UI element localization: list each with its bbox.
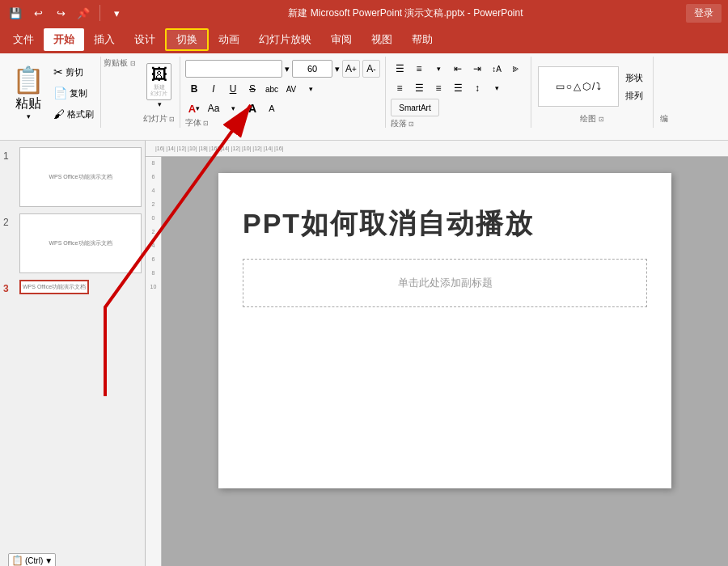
slide-item-2: 2 WPS Office功能演示文档: [3, 213, 142, 273]
slide-number-1: 1: [3, 147, 15, 162]
menu-bar: 文件 开始 插入 设计 切换 动画 幻灯片放映 审阅 视图 帮助: [0, 26, 728, 53]
paste-button[interactable]: 📋 粘贴 ▾: [8, 60, 49, 125]
font-case-button[interactable]: Aa: [205, 99, 222, 117]
slide-thumb-2[interactable]: WPS Office功能演示文档: [19, 213, 142, 273]
bold-button[interactable]: B: [185, 80, 203, 98]
justify-button[interactable]: ☰: [449, 79, 467, 97]
smart-art-button[interactable]: SmartArt: [391, 99, 439, 116]
line-spacing-dropdown[interactable]: ▾: [488, 79, 506, 97]
slide-thumb-text-3: WPS Office功能演示文档: [21, 281, 87, 293]
text-direction-button[interactable]: ↕A: [488, 60, 506, 78]
line-spacing-button[interactable]: ↕: [468, 79, 486, 97]
format-painter-button[interactable]: 🖌 格式刷: [52, 107, 95, 121]
paragraph-expand-icon[interactable]: ⊡: [408, 120, 414, 128]
font-name-input[interactable]: [185, 60, 282, 78]
font-group: ▾ ▾ A+ A- B I U S abc AV ▾ A ▾ Aa: [180, 57, 386, 128]
main-area: 1 WPS Office功能演示文档 2 WPS Office功能演示文档 3 …: [0, 141, 728, 566]
indent-increase-button[interactable]: ⇥: [468, 60, 486, 78]
slide-page[interactable]: PPT如何取消自动播放 单击此处添加副标题: [218, 173, 671, 488]
new-slide-icon: 🖼: [151, 65, 167, 84]
slide-thumb-text-2: WPS Office功能演示文档: [47, 238, 113, 249]
menu-item-view[interactable]: 视图: [362, 28, 402, 51]
clipboard-mini-icon: 📋: [11, 555, 23, 566]
menu-item-help[interactable]: 帮助: [402, 28, 442, 51]
save-icon[interactable]: 💾: [6, 4, 24, 22]
align-center-button[interactable]: ☰: [410, 79, 428, 97]
menu-item-design[interactable]: 设计: [125, 28, 165, 51]
underline-button[interactable]: U: [224, 80, 242, 98]
copy-button[interactable]: 📄 复制: [52, 86, 95, 100]
font-color-dropdown[interactable]: ▾: [196, 104, 200, 112]
align-left-button[interactable]: ≡: [391, 79, 408, 97]
menu-item-transition[interactable]: 切换: [165, 28, 209, 51]
font-color-button[interactable]: A ▾: [185, 99, 203, 117]
font-spacing-button[interactable]: AV: [282, 80, 300, 98]
shrink-font-button[interactable]: A-: [362, 60, 380, 78]
new-slide-dropdown-icon[interactable]: ▾: [158, 100, 162, 108]
slide-thumb-3[interactable]: WPS Office功能演示文档: [19, 280, 89, 294]
font-size-dropdown[interactable]: ▾: [335, 64, 340, 74]
list-bullet-button[interactable]: ☰: [391, 60, 408, 78]
menu-item-home[interactable]: 开始: [44, 28, 84, 51]
pin-icon[interactable]: 📌: [74, 4, 92, 22]
redo-icon[interactable]: ↪: [52, 4, 70, 22]
align-right-button[interactable]: ≡: [430, 79, 447, 97]
grow-font-button[interactable]: A+: [342, 60, 360, 78]
cut-button[interactable]: ✂ 剪切: [52, 65, 95, 79]
list-dropdown[interactable]: ▾: [430, 60, 447, 78]
paste-indicator-label: (Ctrl): [25, 556, 43, 565]
slide-subtitle-box[interactable]: 单击此处添加副标题: [243, 259, 647, 307]
font-size-input[interactable]: [292, 60, 332, 78]
slide-item-1: 1 WPS Office功能演示文档: [3, 147, 142, 207]
indent-decrease-button[interactable]: ⇤: [449, 60, 467, 78]
font-expand-icon[interactable]: ⊡: [203, 120, 209, 127]
menu-item-review[interactable]: 审阅: [321, 28, 362, 51]
drawing-group-label: 绘图: [580, 114, 596, 123]
font-a-shrink[interactable]: A: [263, 99, 281, 117]
title-bar: 💾 ↩ ↪ 📌 ▾ 新建 Microsoft PowerPoint 演示文稿.p…: [0, 0, 728, 26]
para-row1: ☰ ≡ ▾ ⇤ ⇥ ↕A ⫸: [391, 60, 526, 78]
menu-item-file[interactable]: 文件: [3, 28, 44, 51]
slide-thumb-1[interactable]: WPS Office功能演示文档: [19, 147, 142, 207]
toolbar-divider: [99, 5, 100, 21]
ribbon-content: 📋 粘贴 ▾ ✂ 剪切 📄 复制 🖌 格式刷: [0, 53, 728, 140]
quick-access-toolbar: 💾 ↩ ↪ 📌 ▾: [6, 4, 125, 22]
font-spacing-dropdown[interactable]: ▾: [302, 80, 320, 98]
vertical-ruler: 8 6 4 2 0 2 4 6 8 10: [146, 157, 162, 566]
login-button[interactable]: 登录: [686, 4, 722, 23]
menu-item-slideshow[interactable]: 幻灯片放映: [249, 28, 321, 51]
clipboard-expand-icon[interactable]: ⊡: [130, 60, 136, 67]
paste-indicator-arrow[interactable]: ▼: [44, 556, 53, 565]
font-row1: ▾ ▾ A+ A-: [185, 60, 380, 78]
font-a-grow[interactable]: A: [243, 99, 261, 117]
font-name-dropdown[interactable]: ▾: [285, 64, 290, 74]
shapes-gallery[interactable]: ▭ ○ △ ⬡ / ⤵: [538, 66, 619, 107]
slides-expand-icon[interactable]: ⊡: [169, 116, 175, 123]
font-row2: B I U S abc AV ▾: [185, 80, 380, 98]
slide-canvas: PPT如何取消自动播放 单击此处添加副标题: [162, 157, 728, 566]
italic-button[interactable]: I: [205, 80, 222, 98]
cut-icon: ✂: [53, 65, 63, 78]
list-number-button[interactable]: ≡: [410, 60, 428, 78]
strikethrough-button[interactable]: S: [243, 80, 261, 98]
dropdown-icon[interactable]: ▾: [108, 4, 125, 22]
undo-icon[interactable]: ↩: [29, 4, 47, 22]
paste-dropdown[interactable]: ▾: [27, 112, 31, 120]
font-row3: A ▾ Aa ▾ A A: [185, 99, 380, 117]
drawing-expand-icon[interactable]: ⊡: [599, 116, 604, 123]
paste-icon: 📋: [12, 65, 44, 95]
font-case-dropdown[interactable]: ▾: [224, 99, 242, 117]
arrange-button[interactable]: 排列: [622, 88, 646, 103]
slide-item-3: 3 WPS Office功能演示文档 📋 (Ctrl) ▼: [3, 280, 142, 294]
ribbon: 📋 粘贴 ▾ ✂ 剪切 📄 复制 🖌 格式刷: [0, 53, 728, 141]
clipboard-right: ✂ 剪切 📄 复制 🖌 格式刷: [52, 60, 95, 125]
edit-label: 编: [660, 113, 668, 125]
column-button[interactable]: ⫸: [507, 60, 525, 78]
menu-item-insert[interactable]: 插入: [84, 28, 125, 51]
window-title: 新建 Microsoft PowerPoint 演示文稿.pptx - Powe…: [125, 6, 686, 20]
shape-button[interactable]: 形状: [622, 70, 646, 86]
slide-subtitle-placeholder: 单击此处添加副标题: [398, 276, 493, 290]
new-slide-button[interactable]: 🖼 新建 幻灯片 ▾: [143, 60, 175, 113]
shadow-button[interactable]: abc: [263, 80, 281, 98]
menu-item-animation[interactable]: 动画: [209, 28, 249, 51]
